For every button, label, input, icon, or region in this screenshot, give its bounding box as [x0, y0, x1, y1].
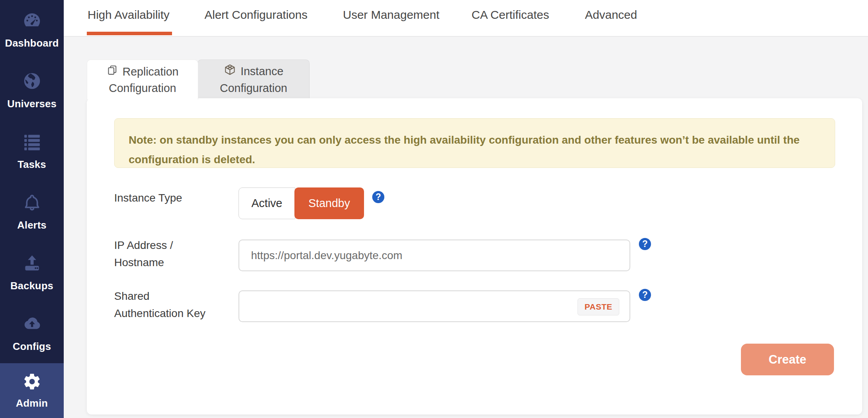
sidebar-item-label: Universes — [7, 98, 56, 110]
bell-icon — [22, 192, 43, 214]
sidebar-item-alerts[interactable]: Alerts — [0, 182, 64, 241]
sidebar-item-label: Tasks — [18, 159, 46, 171]
tab-high-availability[interactable]: High Availability — [88, 8, 170, 22]
instance-type-toggle: Active Standby — [239, 187, 364, 219]
sidebar-item-label: Backups — [11, 280, 54, 292]
globe-icon — [22, 70, 43, 93]
sidebar-item-label: Alerts — [17, 219, 47, 231]
subtab-label-line2: Configuration — [220, 81, 287, 95]
gear-icon — [23, 372, 41, 393]
active-tab-indicator — [87, 32, 172, 35]
auth-key-label-line2: Authentication Key — [114, 305, 206, 322]
sidebar-item-label: Configs — [13, 341, 51, 353]
toggle-option-label: Standby — [308, 197, 350, 210]
copy-icon — [106, 64, 118, 79]
ip-address-input[interactable] — [239, 240, 630, 271]
instance-type-standby-button[interactable]: Standby — [294, 187, 364, 219]
sidebar-item-label: Dashboard — [5, 37, 59, 49]
sidebar-item-configs[interactable]: Configs — [0, 303, 64, 362]
auth-key-help-icon[interactable]: ? — [639, 289, 651, 301]
sidebar-item-backups[interactable]: Backups — [0, 243, 64, 301]
ip-address-label-line2: Hostname — [114, 254, 173, 271]
note-text: Note: on standby instances you can only … — [129, 134, 800, 166]
subtab-label-line2: Configuration — [109, 81, 176, 95]
subtab-instance-configuration[interactable]: Instance Configuration — [197, 59, 310, 99]
ip-address-label: IP Address / Hostname — [114, 237, 173, 271]
task-list-icon — [22, 131, 43, 154]
top-tab-bar: High Availability Alert Configurations U… — [64, 0, 868, 37]
tab-alert-configurations[interactable]: Alert Configurations — [204, 8, 307, 22]
subtab-replication-configuration[interactable]: Replication Configuration — [87, 59, 198, 99]
create-button[interactable]: Create — [741, 344, 834, 375]
auth-key-label: Shared Authentication Key — [114, 288, 206, 322]
toggle-option-label: Active — [251, 197, 282, 210]
paste-button[interactable]: PASTE — [577, 298, 619, 315]
ip-address-label-line1: IP Address / — [114, 237, 173, 254]
tab-advanced[interactable]: Advanced — [585, 8, 637, 22]
gauge-icon — [22, 10, 43, 32]
sidebar-item-admin[interactable]: Admin — [0, 363, 64, 418]
subtab-label-line1: Replication — [122, 65, 178, 79]
instance-type-label: Instance Type — [114, 189, 182, 207]
tab-user-management[interactable]: User Management — [343, 8, 439, 22]
auth-key-input[interactable] — [239, 290, 630, 322]
screen: Dashboard Universes — [0, 0, 868, 418]
sidebar-item-universes[interactable]: Universes — [0, 61, 64, 119]
subtab-label-line1: Instance — [240, 64, 283, 78]
auth-key-field: PASTE — [239, 290, 629, 322]
tab-ca-certificates[interactable]: CA Certificates — [472, 8, 549, 22]
upload-drive-icon — [22, 252, 43, 275]
sidebar-item-label: Admin — [16, 397, 48, 409]
cube-icon — [224, 63, 236, 79]
instance-type-active-button[interactable]: Active — [239, 187, 295, 219]
cloud-upload-icon — [22, 313, 43, 336]
ip-address-help-icon[interactable]: ? — [639, 238, 651, 250]
sidebar-item-tasks[interactable]: Tasks — [0, 121, 64, 180]
instance-type-help-icon[interactable]: ? — [372, 191, 384, 203]
sidebar: Dashboard Universes — [0, 0, 64, 418]
standby-note-banner: Note: on standby instances you can only … — [114, 118, 835, 168]
sidebar-item-dashboard[interactable]: Dashboard — [0, 0, 64, 59]
high-availability-panel: Note: on standby instances you can only … — [87, 98, 862, 414]
auth-key-label-line1: Shared — [114, 288, 206, 305]
